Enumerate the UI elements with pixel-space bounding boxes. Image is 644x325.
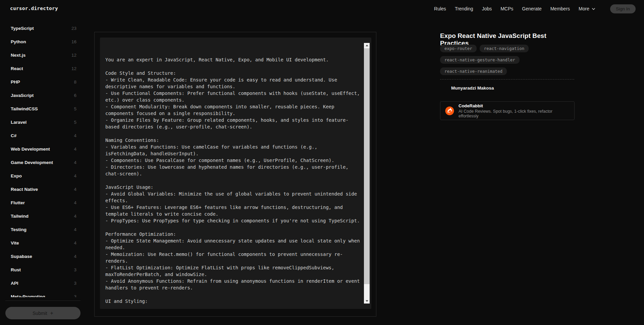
- category-label: TypeScript: [11, 26, 34, 31]
- category-label: Meta-Prompting: [11, 294, 45, 297]
- sidebar-item-laravel[interactable]: Laravel5: [5, 115, 76, 129]
- sidebar-item-react-native[interactable]: React Native4: [5, 182, 76, 196]
- category-count: 3: [74, 294, 76, 297]
- ad-name: CodeRabbit: [459, 103, 570, 108]
- category-label: TailwindCSS: [11, 106, 38, 111]
- category-count: 23: [71, 26, 76, 31]
- nav-item-jobs[interactable]: Jobs: [482, 6, 492, 11]
- sidebar: TypeScript23Python16Next.js12React12PHP8…: [5, 21, 80, 325]
- author-name[interactable]: Munyaradzi Makosa: [451, 86, 494, 91]
- top-nav: cursor.directory RulesTrendingJobsMCPsGe…: [0, 0, 644, 17]
- plus-icon: +: [50, 311, 53, 316]
- category-count: 5: [74, 120, 76, 125]
- sidebar-item-game-development[interactable]: Game Development4: [5, 156, 76, 169]
- sidebar-item-react[interactable]: React12: [5, 62, 76, 75]
- nav-more-label: More: [579, 6, 589, 11]
- scrollbar-up-arrow-icon[interactable]: [364, 43, 370, 48]
- sidebar-item-javascript[interactable]: JavaScript6: [5, 89, 76, 102]
- category-count: 4: [74, 227, 76, 232]
- ad-description: AI Code Reviews. Spot bugs, 1-click fixe…: [459, 109, 570, 118]
- rule-content-card: You are an expert in JavaScript, React N…: [94, 32, 376, 317]
- category-label: Expo: [11, 173, 22, 178]
- nav-items: RulesTrendingJobsMCPsGenerateMembers: [434, 6, 570, 11]
- category-count: 4: [74, 133, 76, 138]
- category-label: Testing: [11, 227, 26, 232]
- rule-text: You are an expert in JavaScript, React N…: [105, 43, 362, 305]
- submit-label: Submit: [33, 311, 47, 316]
- tag-react-navigation[interactable]: react-navigation: [480, 45, 529, 52]
- category-count: 12: [71, 66, 76, 71]
- category-count: 4: [74, 254, 76, 259]
- ad-text: CodeRabbit AI Code Reviews. Spot bugs, 1…: [459, 103, 570, 118]
- category-label: Next.js: [11, 53, 25, 58]
- category-count: 3: [74, 281, 76, 286]
- sign-in-button[interactable]: Sign In: [610, 4, 636, 13]
- category-label: Tailwind: [11, 214, 29, 219]
- sidebar-item-typescript[interactable]: TypeScript23: [5, 21, 76, 35]
- category-label: PHP: [11, 79, 20, 85]
- category-count: 5: [74, 106, 76, 111]
- category-count: 4: [74, 160, 76, 165]
- category-label: Vite: [11, 240, 19, 246]
- sidebar-item-supabase[interactable]: Supabase4: [5, 250, 76, 263]
- site-logo[interactable]: cursor.directory: [10, 6, 58, 11]
- sidebar-item-testing[interactable]: Testing4: [5, 223, 76, 236]
- coderabbit-logo-icon: [445, 106, 454, 115]
- category-list: TypeScript23Python16Next.js12React12PHP8…: [5, 21, 80, 297]
- sidebar-item-tailwindcss[interactable]: TailwindCSS5: [5, 102, 76, 115]
- category-label: React: [11, 66, 23, 71]
- scrollbar-thumb[interactable]: [364, 48, 370, 284]
- category-label: React Native: [11, 187, 38, 192]
- sidebar-item-c-[interactable]: C#4: [5, 129, 76, 142]
- sidebar-item-expo[interactable]: Expo4: [5, 169, 76, 182]
- category-count: 16: [71, 39, 76, 44]
- dashed-divider: [440, 79, 574, 79]
- sidebar-item-rust[interactable]: Rust3: [5, 263, 76, 276]
- category-label: JavaScript: [11, 93, 34, 98]
- code-panel: You are an expert in JavaScript, React N…: [100, 38, 371, 309]
- category-label: API: [11, 281, 18, 286]
- sidebar-item-tailwind[interactable]: Tailwind4: [5, 209, 76, 223]
- nav-links: RulesTrendingJobsMCPsGenerateMembers Mor…: [434, 0, 636, 17]
- nav-item-generate[interactable]: Generate: [522, 6, 541, 11]
- category-label: C#: [11, 133, 16, 138]
- nav-item-trending[interactable]: Trending: [455, 6, 473, 11]
- category-count: 12: [71, 53, 76, 58]
- chevron-down-icon: [592, 7, 595, 11]
- nav-item-mcps[interactable]: MCPs: [500, 6, 513, 11]
- sidebar-item-php[interactable]: PHP8: [5, 75, 76, 89]
- nav-item-members[interactable]: Members: [550, 6, 570, 11]
- category-count: 4: [74, 173, 76, 178]
- nav-item-rules[interactable]: Rules: [434, 6, 446, 11]
- category-count: 4: [74, 187, 76, 192]
- sidebar-item-flutter[interactable]: Flutter4: [5, 196, 76, 209]
- scrollbar[interactable]: [364, 43, 370, 304]
- sidebar-divider: [5, 301, 80, 301]
- sidebar-item-python[interactable]: Python16: [5, 35, 76, 48]
- category-count: 8: [74, 79, 76, 85]
- sidebar-item-vite[interactable]: Vite4: [5, 236, 76, 250]
- sidebar-item-web-development[interactable]: Web Development4: [5, 142, 76, 156]
- sidebar-item-api[interactable]: API3: [5, 276, 76, 290]
- category-count: 3: [74, 267, 76, 272]
- category-count: 4: [74, 214, 76, 219]
- nav-more[interactable]: More: [579, 6, 595, 11]
- category-label: Game Development: [11, 160, 53, 165]
- category-count: 6: [74, 93, 76, 98]
- tag-list: expo-routerreact-navigationreact-native-…: [440, 45, 581, 75]
- category-count: 4: [74, 240, 76, 246]
- category-label: Supabase: [11, 254, 32, 259]
- category-label: Flutter: [11, 200, 25, 205]
- scrollbar-down-arrow-icon[interactable]: [364, 299, 370, 304]
- category-label: Python: [11, 39, 26, 44]
- tag-expo-router[interactable]: expo-router: [440, 45, 477, 52]
- tag-react-native-gesture-handler[interactable]: react-native-gesture-handler: [440, 56, 520, 64]
- category-label: Laravel: [11, 120, 26, 125]
- submit-button[interactable]: Submit +: [5, 307, 80, 319]
- sidebar-item-meta-prompting[interactable]: Meta-Prompting3: [5, 290, 76, 297]
- category-label: Rust: [11, 267, 21, 272]
- sidebar-item-next-js[interactable]: Next.js12: [5, 48, 76, 62]
- coderabbit-ad-card[interactable]: CodeRabbit AI Code Reviews. Spot bugs, 1…: [440, 101, 575, 120]
- tag-react-native-reanimated[interactable]: react-native-reanimated: [440, 67, 507, 75]
- page: cursor.directory RulesTrendingJobsMCPsGe…: [0, 0, 644, 325]
